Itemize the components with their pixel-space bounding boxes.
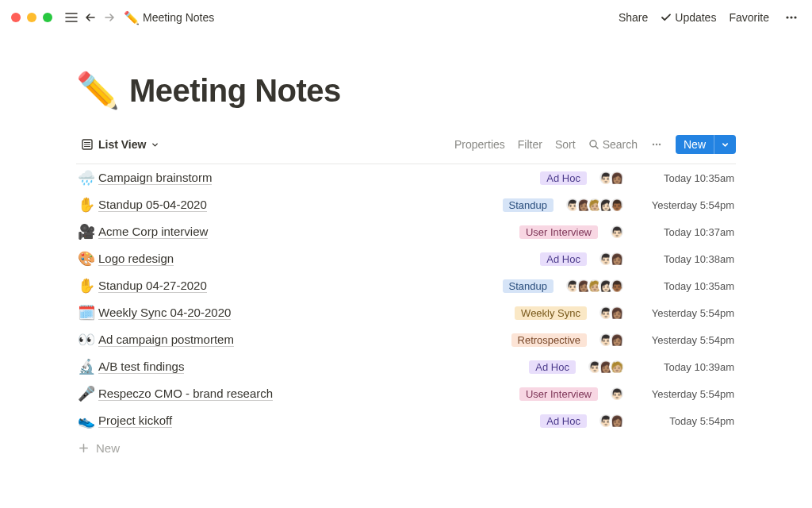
search-button[interactable]: Search [588, 138, 638, 151]
nav-forward-button[interactable] [100, 8, 119, 27]
avatars: 👨🏻👩🏽🧑🏼 [587, 359, 625, 375]
svg-point-6 [656, 144, 657, 145]
list-item-date: Today 10:39am [636, 361, 734, 373]
properties-button[interactable]: Properties [454, 138, 505, 151]
minimize-window-icon[interactable] [27, 13, 36, 22]
more-menu-button[interactable] [782, 8, 801, 27]
list-item-emoji: 🔬 [78, 358, 97, 375]
avatar: 👨🏾 [609, 278, 625, 294]
new-button-label: New [676, 135, 714, 154]
hamburger-icon [64, 10, 79, 25]
avatar: 👩🏽 [609, 251, 625, 267]
avatars: 👨🏻👩🏽 [598, 413, 625, 429]
view-name: List View [98, 138, 146, 151]
avatar: 👨🏾 [609, 197, 625, 213]
avatars: 👨🏻👩🏽 [598, 332, 625, 348]
list-icon [81, 138, 94, 151]
share-button[interactable]: Share [619, 11, 648, 24]
list-item[interactable]: ✋Standup 05-04-2020Standup👨🏻👩🏽🧑🏼👩🏻👨🏾Yest… [76, 191, 736, 218]
list-item-title: Campaign brainstorm [98, 171, 212, 185]
share-label: Share [619, 11, 648, 24]
list-item-date: Today 10:35am [636, 172, 734, 184]
search-icon [588, 139, 599, 150]
tag: User Interview [519, 225, 598, 239]
list-item[interactable]: ✋Standup 04-27-2020Standup👨🏻👩🏽🧑🏼👩🏻👨🏾Toda… [76, 272, 736, 299]
list-item[interactable]: 👀Ad campaign postmortemRetrospective👨🏻👩🏽… [76, 326, 736, 353]
favorite-button[interactable]: Favorite [729, 11, 769, 24]
window-controls[interactable] [11, 13, 52, 22]
list-item-emoji: ✋ [78, 277, 97, 294]
tag: Standup [503, 198, 553, 212]
list-item-emoji: ✋ [78, 196, 97, 214]
avatar: 👩🏽 [609, 413, 625, 429]
list-item-date: Today 10:38am [636, 253, 734, 265]
avatar: 👩🏽 [609, 170, 625, 186]
new-button[interactable]: New [676, 135, 736, 154]
list-item[interactable]: 🌧️Campaign brainstormAd Hoc👨🏻👩🏽Today 10:… [76, 164, 736, 191]
tag: Retrospective [511, 333, 587, 347]
list-item-emoji: 🎤 [78, 385, 97, 402]
updates-button[interactable]: Updates [661, 11, 716, 24]
tag: Standup [503, 279, 553, 293]
more-horizontal-icon [784, 10, 799, 25]
svg-point-0 [786, 16, 788, 18]
filter-button[interactable]: Filter [518, 138, 542, 151]
list-item-title: Respeczo CMO - brand research [98, 387, 273, 401]
avatars: 👨🏻 [609, 224, 625, 240]
list-item[interactable]: 🎥Acme Corp interviewUser Interview👨🏻Toda… [76, 218, 736, 245]
favorite-label: Favorite [729, 11, 769, 24]
list-item-title: Weekly Sync 04-20-2020 [98, 306, 231, 320]
check-icon [661, 12, 672, 23]
avatar: 👩🏽 [609, 332, 625, 348]
svg-point-1 [790, 16, 792, 18]
list-item-emoji: 👟 [78, 412, 97, 429]
svg-point-2 [794, 16, 796, 18]
updates-label: Updates [675, 11, 716, 24]
view-selector[interactable]: List View [76, 135, 164, 154]
list-item[interactable]: 🎤Respeczo CMO - brand researchUser Inter… [76, 380, 736, 407]
add-row-label: New [96, 441, 120, 455]
sidebar-toggle-button[interactable] [62, 8, 81, 27]
avatars: 👨🏻 [609, 386, 625, 402]
avatar: 👩🏽 [609, 305, 625, 321]
sort-button[interactable]: Sort [555, 138, 576, 151]
list-item-date: Yesterday 5:54pm [636, 388, 734, 400]
page-title[interactable]: Meeting Notes [129, 73, 341, 109]
add-row-button[interactable]: New [76, 434, 736, 461]
view-more-button[interactable] [650, 138, 663, 151]
tag: Ad Hoc [540, 171, 587, 185]
new-button-dropdown[interactable] [714, 135, 736, 154]
avatars: 👨🏻👩🏽🧑🏼👩🏻👨🏾 [565, 278, 625, 294]
list-item-emoji: 🎥 [78, 223, 97, 241]
list-item-title: Logo redesign [98, 252, 174, 266]
list-item-title: Standup 05-04-2020 [98, 198, 207, 212]
list-item[interactable]: 🎨Logo redesignAd Hoc👨🏻👩🏽Today 10:38am [76, 245, 736, 272]
arrow-right-icon [103, 11, 116, 24]
page-emoji[interactable]: ✏️ [76, 70, 120, 111]
list-item-date: Yesterday 5:54pm [636, 307, 734, 319]
list-item-title: A/B test findings [98, 360, 184, 374]
avatars: 👨🏻👩🏽 [598, 251, 625, 267]
breadcrumb-emoji[interactable]: ✏️ [124, 10, 140, 25]
chevron-down-icon [721, 140, 730, 149]
tag: Ad Hoc [540, 252, 587, 266]
list-item-title: Standup 04-27-2020 [98, 279, 207, 293]
close-window-icon[interactable] [11, 13, 21, 22]
avatars: 👨🏻👩🏽🧑🏼👩🏻👨🏾 [565, 197, 625, 213]
list-item[interactable]: 🗓️Weekly Sync 04-20-2020Weekly Sync👨🏻👩🏽Y… [76, 299, 736, 326]
list-item-title: Acme Corp interview [98, 225, 208, 239]
avatar: 🧑🏼 [609, 359, 625, 375]
chevron-down-icon [151, 140, 159, 149]
list-item-date: Today 10:35am [636, 280, 734, 292]
list-item-title: Ad campaign postmortem [98, 333, 234, 347]
list-item-date: Today 5:54pm [636, 415, 734, 427]
nav-back-button[interactable] [81, 8, 100, 27]
tag: User Interview [519, 387, 598, 401]
list-item-emoji: 👀 [78, 331, 97, 348]
breadcrumb-title[interactable]: Meeting Notes [143, 11, 214, 24]
avatar: 👨🏻 [609, 386, 625, 402]
list-item[interactable]: 🔬A/B test findingsAd Hoc👨🏻👩🏽🧑🏼Today 10:3… [76, 353, 736, 380]
list-item-date: Yesterday 5:54pm [636, 199, 734, 211]
maximize-window-icon[interactable] [43, 13, 52, 22]
list-item[interactable]: 👟Project kickoffAd Hoc👨🏻👩🏽Today 5:54pm [76, 407, 736, 434]
